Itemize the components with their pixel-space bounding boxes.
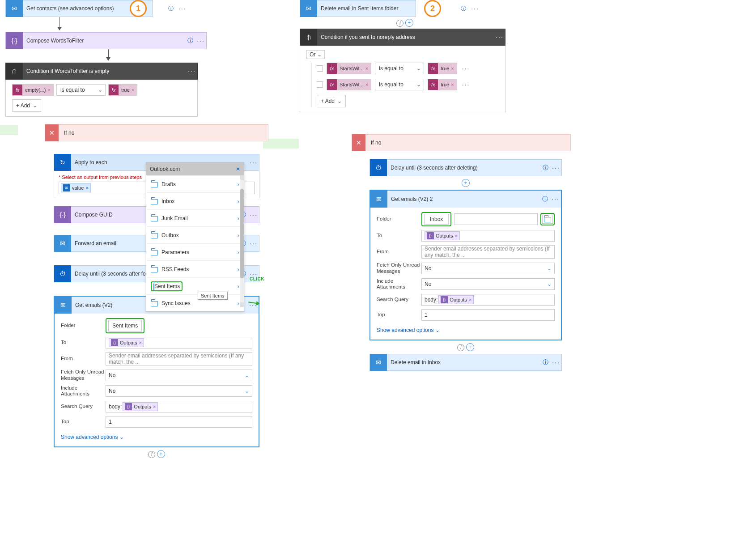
folder-item-rss-feeds[interactable]: RSS Feeds› [146, 260, 244, 277]
folder-input[interactable]: Sent Items [108, 320, 142, 332]
more-icon[interactable]: ··· [248, 240, 259, 247]
action-delete-sent[interactable]: ✉ Delete email in Sent Items folder [300, 0, 416, 17]
action-delete-inbox[interactable]: ✉ Delete email in Inbox ⓘ ··· [370, 354, 562, 371]
show-advanced-link[interactable]: Show advanced options [61, 434, 124, 440]
help-icon[interactable]: ⓘ [540, 358, 551, 366]
to-input[interactable]: {}Outputs× [421, 230, 555, 242]
more-icon[interactable]: ··· [494, 34, 505, 41]
more-icon[interactable]: ··· [195, 37, 206, 44]
remove-token-icon[interactable]: × [365, 82, 368, 87]
more-icon[interactable]: ··· [551, 359, 561, 366]
if-no-branch[interactable]: ✕ If no [45, 124, 268, 141]
folder-input[interactable]: Inbox [424, 214, 449, 225]
search-query-input[interactable]: body: {}Outputs× [106, 401, 252, 412]
remove-token-icon[interactable]: × [451, 82, 454, 87]
to-input[interactable]: {}Outputs× [106, 337, 252, 348]
if-no-branch[interactable]: ✕ If no [352, 134, 571, 151]
include-attachments-select[interactable]: No⌄ [421, 278, 555, 290]
operator-select[interactable]: is equal to [56, 84, 106, 96]
more-icon[interactable]: ··· [461, 65, 471, 72]
insert-step-button[interactable]: + [405, 19, 413, 27]
expression-token[interactable]: true× [438, 79, 456, 90]
close-icon[interactable]: ✕ [236, 166, 240, 172]
operator-select[interactable]: is equal to [375, 79, 424, 90]
add-condition-button[interactable]: + Add [317, 95, 346, 107]
fetch-unread-select[interactable]: No⌄ [106, 370, 252, 381]
value-token[interactable]: ✉ value × [61, 183, 91, 192]
condition-checkbox[interactable] [317, 81, 323, 88]
timer-icon: ⏱ [54, 265, 71, 282]
top-input[interactable]: 1 [106, 416, 252, 428]
info-icon[interactable]: i [457, 344, 464, 351]
remove-token-icon[interactable]: × [469, 297, 471, 302]
action-condition-noreply[interactable]: ⫛ Condition if you sent to noreply addre… [300, 29, 505, 46]
more-icon[interactable]: ··· [550, 196, 561, 203]
info-icon[interactable]: i [396, 20, 403, 27]
outlook-icon: ✉ [55, 297, 72, 314]
more-icon[interactable]: ··· [187, 68, 197, 75]
expression-token[interactable]: true× [438, 63, 456, 74]
more-icon[interactable]: ··· [248, 159, 259, 166]
folder-item-label: Sent Items [154, 283, 180, 289]
folder-item-parameters[interactable]: Parameters› [146, 243, 244, 260]
field-label: Search Query [377, 297, 421, 303]
from-input[interactable]: Sender email addresses separated by semi… [106, 352, 252, 366]
expression-token[interactable]: true× [119, 85, 137, 95]
fetch-unread-select[interactable]: No⌄ [421, 263, 555, 274]
remove-token-icon[interactable]: × [139, 340, 142, 345]
from-input[interactable]: Sender email addresses separated by semi… [421, 245, 555, 259]
more-icon[interactable]: ··· [470, 5, 480, 12]
remove-token-icon[interactable]: × [85, 185, 88, 191]
token-icon: {} [125, 403, 132, 410]
more-icon[interactable]: ··· [461, 81, 471, 88]
token-text: Outputs [134, 404, 151, 409]
expression-token[interactable]: empty(...)× [22, 85, 53, 95]
help-icon[interactable]: ⓘ [168, 5, 174, 13]
help-icon[interactable]: ⓘ [185, 37, 195, 45]
field-label: Fetch Only Unread Messages [377, 262, 421, 275]
folder-item-label: Sync Issues [161, 300, 191, 306]
remove-token-icon[interactable]: × [153, 404, 156, 409]
folder-picker-button[interactable] [542, 215, 553, 224]
folder-item-outbox[interactable]: Outbox› [146, 226, 244, 243]
action-delay-until-2[interactable]: ⏱ Delay until (3 seconds after deleting)… [370, 159, 562, 176]
folder-item-sync-issues[interactable]: Sync Issues› [146, 294, 244, 311]
more-icon[interactable]: ··· [177, 5, 188, 12]
action-compose-wordstofilter[interactable]: {·} Compose WordsToFilter ⓘ ··· [5, 32, 207, 49]
expression-token[interactable]: StartsWit...× [337, 79, 371, 90]
remove-token-icon[interactable]: × [451, 66, 454, 71]
add-condition-button[interactable]: + Add [12, 99, 41, 112]
folder-item-drafts[interactable]: Drafts› [146, 175, 244, 192]
remove-token-icon[interactable]: × [47, 87, 50, 93]
info-icon[interactable]: i [148, 451, 155, 458]
remove-token-icon[interactable]: × [455, 233, 458, 238]
action-condition-wordstofilter[interactable]: ⫛ Condition if WordsToFilter is empty ··… [5, 63, 198, 80]
search-query-input[interactable]: body: {}Outputs× [421, 294, 555, 306]
condition-checkbox[interactable] [317, 65, 323, 72]
more-icon[interactable]: ··· [248, 211, 259, 218]
help-icon[interactable]: ⓘ [461, 5, 466, 13]
help-icon[interactable]: ⓘ [540, 164, 551, 172]
expression-token[interactable]: StartsWit...× [337, 63, 371, 74]
operator-select[interactable]: is equal to [375, 63, 424, 74]
token-icon: {} [441, 296, 448, 303]
top-input[interactable]: 1 [421, 309, 555, 321]
more-icon[interactable]: ··· [551, 164, 561, 171]
include-attachments-select[interactable]: No⌄ [106, 385, 252, 397]
remove-token-icon[interactable]: × [365, 66, 368, 71]
folder-item-inbox[interactable]: Inbox› [146, 192, 244, 209]
folder-item-sent-items[interactable]: Sent Items› [146, 277, 244, 294]
folder-item-label: Outbox [161, 232, 179, 238]
group-operator-select[interactable]: Or [306, 50, 325, 59]
insert-step-button[interactable]: + [462, 179, 470, 187]
outlook-icon: ✉ [300, 0, 317, 17]
scrollbar[interactable] [240, 175, 244, 307]
remove-token-icon[interactable]: × [132, 87, 134, 93]
help-icon[interactable]: ⓘ [539, 195, 550, 203]
insert-step-button[interactable]: + [466, 343, 474, 351]
action-title: Condition if WordsToFilter is empty [23, 68, 187, 74]
show-advanced-link[interactable]: Show advanced options [377, 327, 440, 333]
folder-item-junk-email[interactable]: Junk Email› [146, 209, 244, 226]
insert-step-button[interactable]: + [157, 450, 165, 458]
action-get-emails-2[interactable]: ✉ Get emails (V2) 2 ⓘ ··· [370, 191, 561, 208]
